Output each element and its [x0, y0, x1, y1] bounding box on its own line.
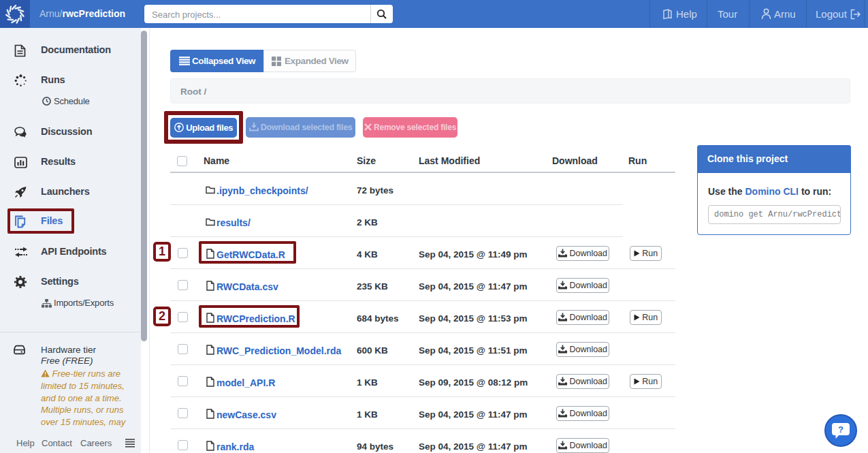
svg-text:?: ? [838, 424, 843, 435]
